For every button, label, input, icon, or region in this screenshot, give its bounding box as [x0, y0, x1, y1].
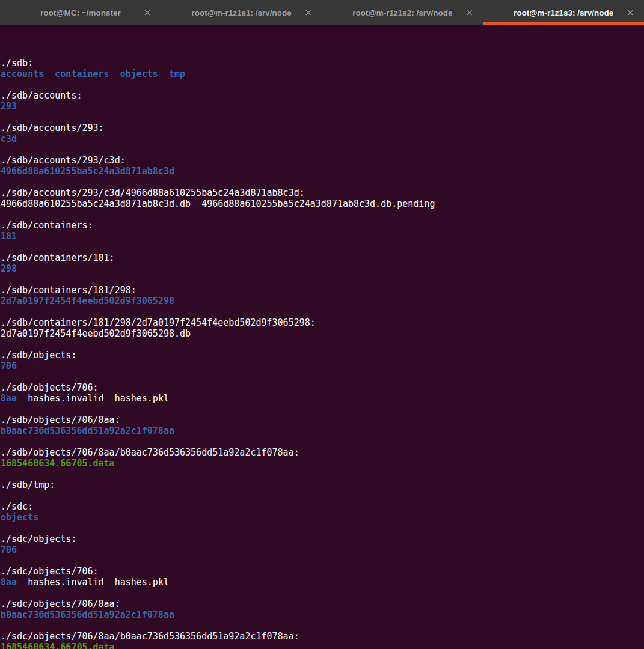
terminal-text: [109, 69, 120, 79]
terminal-line: ./sdc/objects/706/8aa:: [1, 599, 644, 609]
tab-title: root@m-r1z1s1: /srv/node: [192, 8, 292, 17]
terminal-line: b0aac736d536356dd51a92a2c1f078aa: [1, 425, 644, 436]
data-file-name: 1685460634.66705.data: [1, 642, 115, 649]
terminal-line: ./sdc/objects/706:: [1, 566, 644, 577]
terminal-line: ./sdb/accounts:: [1, 90, 644, 101]
terminal-text: ./sdc/objects/706/8aa:: [1, 599, 120, 609]
terminal-line: [1, 112, 644, 123]
terminal-line: [1, 404, 644, 415]
terminal-line: ./sdb/tmp:: [1, 480, 644, 490]
terminal-text: hashes.invalid hashes.pkl: [17, 393, 169, 404]
terminal-line: 4966d88a610255ba5c24a3d871ab8c3d: [1, 166, 644, 177]
terminal-line: ./sdc/objects:: [1, 534, 644, 544]
terminal-line: [1, 523, 644, 534]
terminal-line: [1, 306, 644, 317]
terminal-text: ./sdb/accounts/293:: [1, 123, 104, 133]
terminal-line: 2d7a0197f2454f4eebd502d9f3065298.db: [1, 328, 644, 339]
terminal-line: accounts containers objects tmp: [1, 69, 644, 79]
terminal-line: [1, 79, 644, 90]
directory-name: b0aac736d536356dd51a92a2c1f078aa: [1, 609, 174, 620]
terminal-text: ./sdb/accounts/293/c3d:: [1, 155, 126, 166]
terminal-text: ./sdb/tmp:: [1, 480, 55, 490]
terminal-text: ./sdb/containers:: [1, 220, 93, 231]
terminal-text: ./sdb/objects:: [1, 350, 76, 361]
tab-close-icon[interactable]: ×: [465, 8, 473, 17]
terminal-line: 298: [1, 263, 644, 274]
terminal-line: [1, 47, 644, 58]
terminal-output: ./sdb:accounts containers objects tmp./s…: [1, 47, 644, 649]
terminal-text: 4966d88a610255ba5c24a3d871ab8c3d.db 4966…: [1, 198, 435, 209]
terminal-line: b0aac736d536356dd51a92a2c1f078aa: [1, 609, 644, 620]
directory-name: accounts: [1, 69, 44, 79]
terminal-line: [1, 620, 644, 631]
directory-name: 298: [1, 263, 17, 274]
tab-title: root@MC: ~/monster: [40, 8, 121, 17]
terminal-line: 181: [1, 231, 644, 242]
directory-name: tmp: [169, 69, 185, 79]
terminal-line: ./sdb/accounts/293/c3d/4966d88a610255ba5…: [1, 187, 644, 198]
directory-name: 2d7a0197f2454f4eebd502d9f3065298: [1, 296, 174, 306]
terminal-line: ./sdb/objects/706/8aa/b0aac736d536356dd5…: [1, 447, 644, 458]
terminal-line: ./sdb/containers/181/298/2d7a0197f2454f4…: [1, 317, 644, 328]
terminal-line: [1, 144, 644, 155]
terminal-line: [1, 436, 644, 447]
terminal-text: ./sdc/objects/706/8aa/b0aac736d536356dd5…: [1, 631, 299, 642]
terminal-text: ./sdb/containers/181:: [1, 252, 115, 263]
terminal-tab-1[interactable]: root@MC: ~/monster×: [0, 0, 161, 25]
tab-bar: root@MC: ~/monster×root@m-r1z1s1: /srv/n…: [0, 0, 644, 25]
directory-name: containers: [55, 69, 109, 79]
terminal-line: 1685460634.66705.data: [1, 458, 644, 469]
terminal-line: 2d7a0197f2454f4eebd502d9f3065298: [1, 296, 644, 306]
terminal-line: c3d: [1, 133, 644, 144]
terminal-line: [1, 209, 644, 220]
terminal-text: [44, 69, 55, 79]
terminal-text: ./sdc/objects:: [1, 534, 76, 544]
terminal-tab-3[interactable]: root@m-r1z1s2: /srv/node×: [322, 0, 483, 25]
terminal-text: hashes.invalid hashes.pkl: [17, 577, 169, 588]
terminal-line: [1, 274, 644, 285]
tab-title: root@m-r1z1s3: /srv/node: [514, 8, 613, 17]
tab-close-icon[interactable]: ×: [143, 8, 151, 17]
directory-name: objects: [120, 69, 158, 79]
directory-name: objects: [1, 512, 38, 523]
terminal-line: [1, 371, 644, 382]
terminal-line: [1, 588, 644, 599]
terminal-text: ./sdb/objects/706/8aa:: [1, 415, 120, 425]
directory-name: 706: [1, 361, 17, 371]
directory-name: 181: [1, 231, 17, 242]
terminal-line: ./sdb/objects:: [1, 350, 644, 361]
terminal-line: ./sdb/containers/181/298:: [1, 285, 644, 296]
terminal-line: ./sdb/containers/181:: [1, 252, 644, 263]
terminal-line: 8aa hashes.invalid hashes.pkl: [1, 393, 644, 404]
terminal-line: ./sdb/objects/706:: [1, 382, 644, 393]
terminal-text: 2d7a0197f2454f4eebd502d9f3065298.db: [1, 328, 191, 339]
directory-name: 8aa: [1, 393, 17, 404]
terminal-text: ./sdb/objects/706/8aa/b0aac736d536356dd5…: [1, 447, 299, 458]
active-tab-underline: [483, 22, 644, 25]
terminal-line: 706: [1, 361, 644, 371]
tab-close-icon[interactable]: ×: [304, 8, 312, 17]
terminal-text: ./sdb/containers/181/298/2d7a0197f2454f4…: [1, 317, 316, 328]
terminal-line: ./sdb/accounts/293/c3d:: [1, 155, 644, 166]
tab-title: root@m-r1z1s2: /srv/node: [352, 8, 452, 17]
terminal-line: ./sdc/objects/706/8aa/b0aac736d536356dd5…: [1, 631, 644, 642]
terminal-line: 293: [1, 101, 644, 112]
terminal-text: [158, 69, 169, 79]
terminal-text: ./sdb/accounts:: [1, 90, 82, 101]
terminal-tab-4[interactable]: root@m-r1z1s3: /srv/node×: [483, 0, 644, 25]
directory-name: 706: [1, 544, 17, 555]
terminal-text: ./sdc:: [1, 501, 33, 512]
terminal-line: [1, 242, 644, 252]
terminal-text: ./sdb/objects/706:: [1, 382, 99, 393]
directory-name: 4966d88a610255ba5c24a3d871ab8c3d: [1, 166, 174, 177]
terminal-line: ./sdb/objects/706/8aa:: [1, 415, 644, 425]
terminal-screen[interactable]: ./sdb:accounts containers objects tmp./s…: [0, 25, 644, 649]
terminal-text: ./sdb/containers/181/298:: [1, 285, 136, 296]
terminal-tab-2[interactable]: root@m-r1z1s1: /srv/node×: [161, 0, 322, 25]
terminal-text: ./sdc/objects/706:: [1, 566, 99, 577]
terminal-line: ./sdb:: [1, 58, 644, 69]
terminal-line: ./sdb/accounts/293:: [1, 123, 644, 133]
terminal-line: 4966d88a610255ba5c24a3d871ab8c3d.db 4966…: [1, 198, 644, 209]
tab-close-icon[interactable]: ×: [627, 8, 634, 17]
directory-name: b0aac736d536356dd51a92a2c1f078aa: [1, 425, 174, 436]
